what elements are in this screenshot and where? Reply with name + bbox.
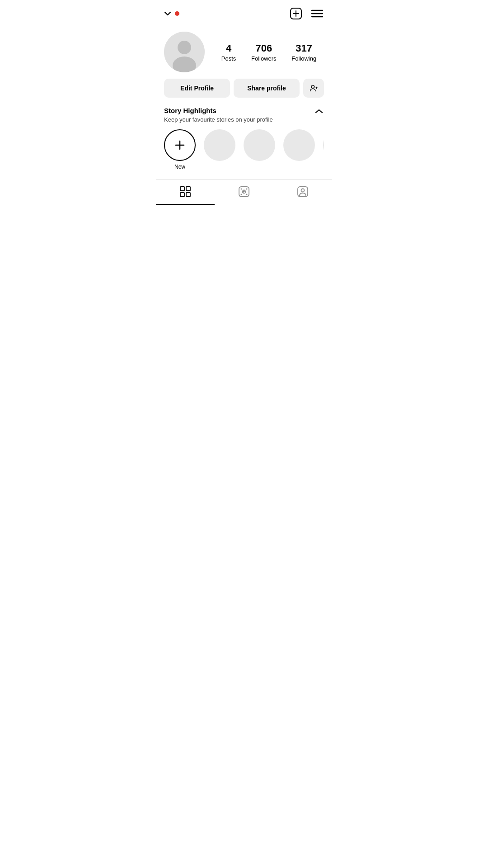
chevron-down-icon (164, 11, 171, 16)
stat-following[interactable]: 317 Following (291, 42, 316, 62)
profile-section: 4 Posts 706 Followers 317 Following (156, 25, 332, 77)
tagged-icon (297, 186, 309, 198)
stat-posts[interactable]: 4 Posts (221, 42, 236, 62)
svg-rect-16 (180, 193, 184, 197)
posts-count: 4 (226, 42, 231, 54)
followers-label: Followers (251, 55, 277, 62)
svg-rect-14 (180, 187, 184, 191)
stats-container: 4 Posts 706 Followers 317 Following (214, 42, 324, 62)
tab-reels[interactable] (215, 179, 273, 205)
highlight-circle-2 (244, 129, 275, 161)
svg-point-7 (178, 41, 191, 54)
plus-icon (174, 139, 186, 151)
highlights-new-circle[interactable] (164, 129, 196, 161)
highlight-placeholder-1[interactable] (204, 129, 235, 170)
highlights-new-item[interactable]: New (164, 129, 196, 170)
chevron-up-icon (315, 108, 323, 113)
share-profile-button[interactable]: Share profile (234, 79, 300, 98)
add-post-button[interactable] (289, 6, 303, 21)
hamburger-menu-icon (311, 9, 323, 18)
highlight-circle-1 (204, 129, 235, 161)
stat-followers[interactable]: 706 Followers (251, 42, 277, 62)
top-bar-left (164, 11, 179, 16)
tab-tagged[interactable] (273, 179, 332, 205)
highlight-circle-3 (283, 129, 315, 161)
svg-point-21 (246, 189, 248, 190)
posts-grid (156, 205, 332, 386)
top-bar (156, 0, 332, 25)
avatar-container[interactable] (164, 32, 205, 72)
svg-point-20 (241, 189, 242, 190)
posts-label: Posts (221, 55, 236, 62)
svg-rect-15 (186, 187, 190, 191)
svg-rect-17 (186, 193, 190, 197)
tabs-section (156, 179, 332, 205)
notification-dot (175, 11, 179, 16)
svg-point-26 (301, 189, 305, 192)
top-bar-right (289, 6, 324, 21)
followers-count: 706 (255, 42, 272, 54)
highlight-placeholder-2[interactable] (244, 129, 275, 170)
highlight-placeholder-4[interactable] (323, 129, 324, 170)
highlight-placeholder-3[interactable] (283, 129, 315, 170)
tab-grid[interactable] (156, 179, 215, 205)
highlights-header: Story Highlights (164, 107, 324, 114)
following-count: 317 (296, 42, 312, 54)
following-label: Following (291, 55, 316, 62)
svg-point-23 (246, 194, 248, 195)
reels-icon (238, 186, 250, 198)
action-buttons: Edit Profile Share profile (156, 77, 332, 105)
add-follow-button[interactable] (303, 79, 324, 98)
menu-button[interactable] (310, 8, 324, 19)
svg-point-22 (241, 194, 242, 195)
avatar-silhouette-icon (164, 32, 205, 72)
avatar (164, 32, 205, 72)
highlight-circle-4 (323, 129, 324, 161)
edit-profile-button[interactable]: Edit Profile (164, 79, 230, 98)
username-dropdown[interactable] (164, 11, 171, 16)
add-post-icon (290, 7, 302, 20)
highlights-title: Story Highlights (164, 107, 216, 114)
highlights-collapse-button[interactable] (314, 107, 324, 114)
highlights-subtitle: Keep your favourite stories on your prof… (164, 116, 324, 123)
svg-point-9 (311, 85, 314, 88)
person-add-icon (310, 83, 318, 93)
highlights-section: Story Highlights Keep your favourite sto… (156, 105, 332, 176)
highlights-new-label: New (174, 164, 185, 170)
grid-icon (179, 186, 191, 198)
highlights-list: New (164, 129, 324, 176)
